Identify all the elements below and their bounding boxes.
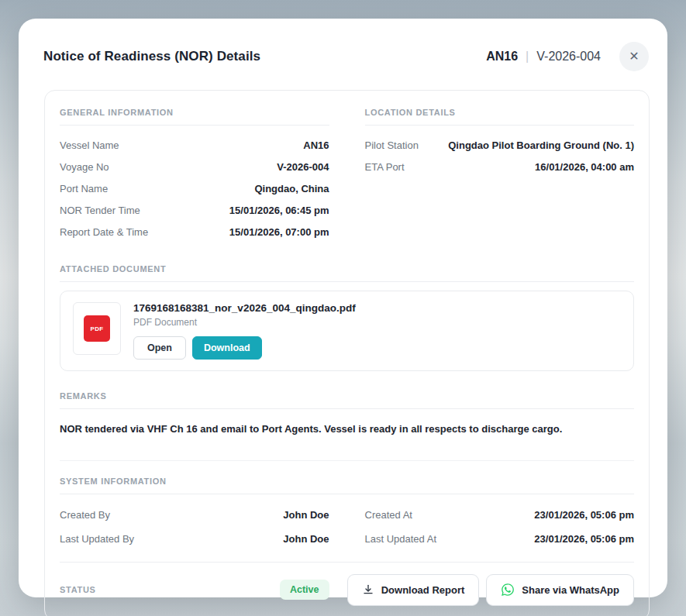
remarks-heading: REMARKS <box>60 391 634 409</box>
info-row-last-updated-by: Last Updated By John Doe <box>60 527 329 551</box>
info-row-port-name: Port Name Qingdao, China <box>60 177 329 199</box>
document-file-type: PDF Document <box>133 317 356 328</box>
info-value: Qingdao, China <box>254 183 329 194</box>
info-label: Pilot Station <box>365 139 419 151</box>
download-document-button[interactable]: Download <box>192 336 262 360</box>
download-icon <box>362 583 374 596</box>
info-row-created-by: Created By John Doe <box>60 503 329 527</box>
info-row-vessel-name: Vessel Name AN16 <box>60 134 329 156</box>
download-report-button[interactable]: Download Report <box>347 574 480 606</box>
system-information-grid: Created By John Doe Created At 23/01/202… <box>60 503 634 551</box>
document-actions: Open Download <box>133 336 356 360</box>
system-information-section: SYSTEM INFORMATION Created By John Doe C… <box>60 460 634 551</box>
info-value: AN16 <box>303 139 329 151</box>
info-row-created-at: Created At 23/01/2026, 05:06 pm <box>365 503 635 527</box>
info-label: ETA Port <box>365 161 405 173</box>
info-value: 15/01/2026, 07:00 pm <box>229 226 329 238</box>
document-file-name: 1769168168381_nor_v2026_004_qingdao.pdf <box>133 302 356 314</box>
attached-document-heading: ATTACHED DOCUMENT <box>60 264 634 282</box>
close-button[interactable]: ✕ <box>619 42 649 71</box>
info-label: Created By <box>60 509 110 521</box>
general-information-heading: GENERAL INFORMATION <box>60 108 329 126</box>
modal-header: Notice of Readiness (NOR) Details AN16 |… <box>19 19 667 90</box>
page-title: Notice of Readiness (NOR) Details <box>43 49 260 64</box>
whatsapp-icon <box>501 583 515 597</box>
remarks-text: NOR tendered via VHF Ch 16 and email to … <box>60 418 634 437</box>
card-footer: STATUS Active Download Report <box>60 562 634 606</box>
voyage-code: V-2026-004 <box>536 50 601 64</box>
pdf-file-icon: PDF <box>84 315 110 342</box>
nor-details-modal: Notice of Readiness (NOR) Details AN16 |… <box>19 19 667 597</box>
info-label: Last Updated By <box>60 533 134 545</box>
info-label: Vessel Name <box>60 139 119 151</box>
remarks-section: REMARKS NOR tendered via VHF Ch 16 and e… <box>60 391 634 437</box>
code-separator: | <box>526 50 529 64</box>
info-label: Created At <box>365 509 412 521</box>
location-details-heading: LOCATION DETAILS <box>365 108 635 126</box>
info-value: John Doe <box>283 533 329 545</box>
info-label: Port Name <box>60 183 108 194</box>
info-label: Last Updated At <box>365 533 437 545</box>
status-label: STATUS <box>60 585 96 594</box>
info-row-pilot-station: Pilot Station Qingdao Pilot Boarding Gro… <box>365 134 635 156</box>
details-card: GENERAL INFORMATION Vessel Name AN16 Voy… <box>44 90 650 616</box>
share-whatsapp-label: Share via WhatsApp <box>522 584 619 596</box>
system-information-heading: SYSTEM INFORMATION <box>60 477 634 494</box>
info-value: Qingdao Pilot Boarding Ground (No. 1) <box>448 139 634 151</box>
info-value: 15/01/2026, 06:45 pm <box>229 205 329 216</box>
attached-document-card: PDF 1769168168381_nor_v2026_004_qingdao.… <box>60 291 634 371</box>
footer-actions: Download Report Share via WhatsApp <box>347 574 634 606</box>
info-label: Voyage No <box>60 161 109 173</box>
download-report-label: Download Report <box>381 584 465 596</box>
open-document-button[interactable]: Open <box>133 336 186 360</box>
document-info: 1769168168381_nor_v2026_004_qingdao.pdf … <box>133 302 356 360</box>
voyage-reference: AN16 | V-2026-004 ✕ <box>486 42 649 71</box>
info-label: Report Date & Time <box>60 226 148 238</box>
share-whatsapp-button[interactable]: Share via WhatsApp <box>486 574 634 606</box>
pdf-thumbnail: PDF <box>73 302 121 355</box>
info-value: 23/01/2026, 05:06 pm <box>534 509 634 521</box>
vessel-code: AN16 <box>486 50 518 64</box>
info-value: 16/01/2026, 04:00 am <box>535 161 634 173</box>
info-row-nor-tender-time: NOR Tender Time 15/01/2026, 06:45 pm <box>60 199 329 221</box>
info-value: V-2026-004 <box>277 161 329 173</box>
info-row-last-updated-at: Last Updated At 23/01/2026, 05:06 pm <box>365 527 635 551</box>
top-columns: GENERAL INFORMATION Vessel Name AN16 Voy… <box>60 108 634 243</box>
general-information-section: GENERAL INFORMATION Vessel Name AN16 Voy… <box>60 108 329 243</box>
info-row-report-date-time: Report Date & Time 15/01/2026, 07:00 pm <box>60 221 329 243</box>
status-block: STATUS Active <box>60 580 329 600</box>
close-icon: ✕ <box>629 50 639 63</box>
info-row-eta-port: ETA Port 16/01/2026, 04:00 am <box>365 156 635 177</box>
status-badge: Active <box>280 580 329 600</box>
attached-document-section: ATTACHED DOCUMENT PDF 1769168168381_nor_… <box>60 264 634 371</box>
info-row-voyage-no: Voyage No V-2026-004 <box>60 156 329 177</box>
info-value: 23/01/2026, 05:06 pm <box>534 533 634 545</box>
location-details-section: LOCATION DETAILS Pilot Station Qingdao P… <box>365 108 635 243</box>
info-value: John Doe <box>283 509 329 521</box>
info-label: NOR Tender Time <box>60 205 140 216</box>
